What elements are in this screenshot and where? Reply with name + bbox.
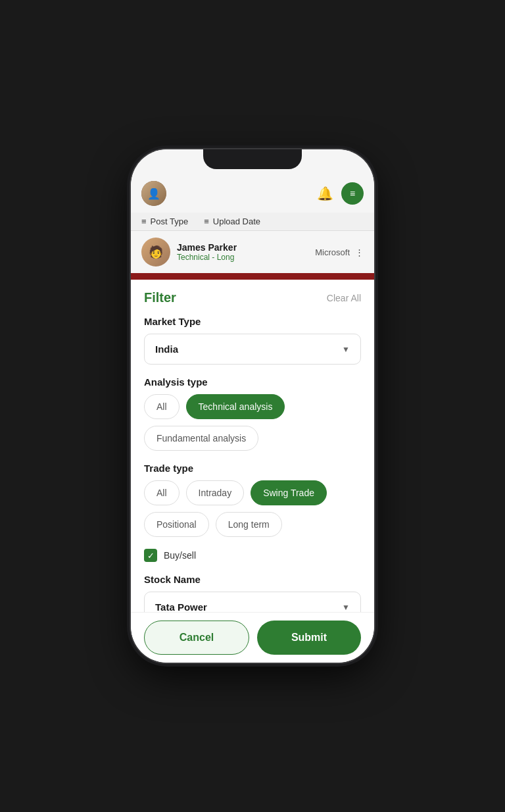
- buy-sell-checkbox-row[interactable]: ✓ Buy/sell: [144, 549, 361, 562]
- filter-panel: Filter Clear All Market Type India ▼ Ana…: [131, 280, 374, 612]
- clear-all-button[interactable]: Clear All: [327, 293, 361, 303]
- trade-all-chip[interactable]: All: [144, 480, 180, 505]
- post-meta: Microsoft ⋮: [315, 247, 364, 257]
- red-divider: [131, 273, 374, 280]
- dropdown-arrow-icon: ▼: [342, 345, 350, 354]
- market-type-section: Market Type India ▼: [144, 316, 361, 365]
- post-type-label: Post Type: [151, 216, 189, 226]
- filter-title: Filter: [144, 290, 176, 305]
- swing-trade-chip[interactable]: Swing Trade: [251, 480, 327, 505]
- market-type-dropdown[interactable]: India ▼: [144, 334, 361, 365]
- fundamental-analysis-chip[interactable]: Fundamental analysis: [144, 426, 258, 451]
- post-company: Microsoft: [315, 247, 350, 257]
- bottom-buttons: Cancel Submit: [131, 612, 374, 663]
- notification-icon[interactable]: 🔔: [317, 186, 333, 201]
- intraday-chip[interactable]: Intraday: [186, 480, 245, 505]
- post-user-name: James Parker: [177, 242, 237, 253]
- stock-name-title: Stock Name: [144, 574, 361, 585]
- post-user-subtitle: Technical - Long: [177, 253, 237, 262]
- upload-date-filter[interactable]: ≡ Upload Date: [204, 216, 260, 226]
- analysis-all-chip[interactable]: All: [144, 394, 180, 419]
- filter-icon: ≡: [141, 216, 147, 226]
- analysis-type-chips: All Technical analysis Fundamental analy…: [144, 394, 361, 451]
- more-options-icon[interactable]: ⋮: [355, 247, 364, 257]
- filter-header: Filter Clear All: [144, 290, 361, 305]
- filter-icon-2: ≡: [204, 216, 209, 226]
- post-user: 🧑 James Parker Technical - Long: [141, 238, 237, 266]
- trade-type-section: Trade type All Intraday Swing Trade Posi…: [144, 463, 361, 537]
- market-type-title: Market Type: [144, 316, 361, 327]
- top-nav: 👤 🔔 ≡: [131, 178, 374, 213]
- buy-sell-label: Buy/sell: [164, 550, 196, 561]
- stock-dropdown-arrow-icon: ▼: [342, 603, 350, 612]
- trade-type-title: Trade type: [144, 463, 361, 474]
- post-type-filter[interactable]: ≡ Post Type: [141, 216, 188, 226]
- long-term-chip[interactable]: Long term: [216, 512, 282, 537]
- cancel-button[interactable]: Cancel: [144, 621, 249, 655]
- positional-chip[interactable]: Positional: [144, 512, 209, 537]
- market-type-value: India: [155, 343, 178, 355]
- user-avatar[interactable]: 👤: [141, 181, 166, 206]
- trade-type-chips: All Intraday Swing Trade Positional Long…: [144, 480, 361, 537]
- technical-analysis-chip[interactable]: Technical analysis: [186, 394, 285, 419]
- buy-sell-checkbox[interactable]: ✓: [144, 549, 157, 562]
- analysis-type-section: Analysis type All Technical analysis Fun…: [144, 376, 361, 451]
- stock-name-dropdown[interactable]: Tata Power ▼: [144, 592, 361, 612]
- submit-button[interactable]: Submit: [257, 621, 361, 655]
- post-card: 🧑 James Parker Technical - Long Microsof…: [131, 231, 374, 273]
- upload-date-label: Upload Date: [213, 216, 260, 226]
- filter-bar: ≡ Post Type ≡ Upload Date: [131, 213, 374, 231]
- menu-icon[interactable]: ≡: [341, 182, 364, 205]
- post-avatar: 🧑: [141, 238, 170, 266]
- stock-name-value: Tata Power: [155, 601, 207, 612]
- stock-name-section: Stock Name Tata Power ▼: [144, 574, 361, 612]
- analysis-type-title: Analysis type: [144, 376, 361, 388]
